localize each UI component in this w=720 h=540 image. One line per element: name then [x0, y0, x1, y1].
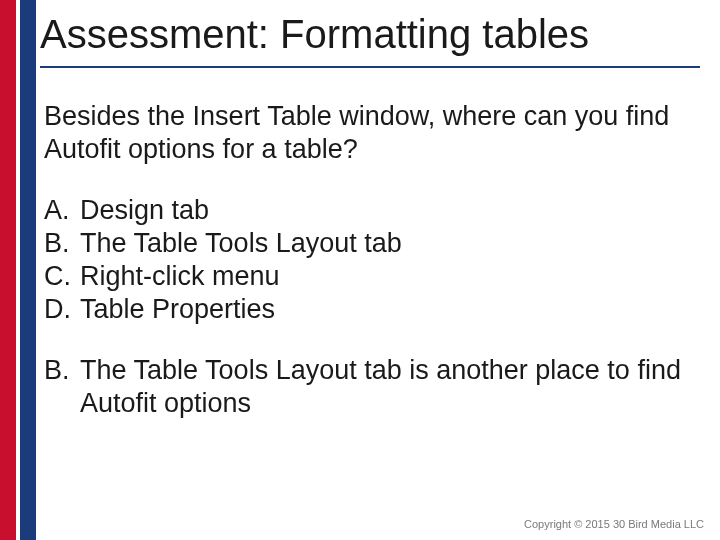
choice-d: D. Table Properties: [44, 293, 692, 326]
choice-b: B. The Table Tools Layout tab: [44, 227, 692, 260]
title-area: Assessment: Formatting tables: [40, 12, 700, 68]
choice-text: Table Properties: [80, 293, 275, 326]
slide-title: Assessment: Formatting tables: [40, 12, 700, 56]
choice-text: The Table Tools Layout tab: [80, 227, 402, 260]
answer-letter: B.: [44, 354, 80, 420]
choice-letter: D.: [44, 293, 80, 326]
choice-text: Right-click menu: [80, 260, 280, 293]
copyright-footer: Copyright © 2015 30 Bird Media LLC: [524, 518, 704, 530]
choice-letter: B.: [44, 227, 80, 260]
choice-a: A. Design tab: [44, 194, 692, 227]
stripe-blue: [20, 0, 36, 540]
choice-letter: C.: [44, 260, 80, 293]
question-text: Besides the Insert Table window, where c…: [44, 100, 692, 166]
slide-body: Besides the Insert Table window, where c…: [44, 100, 692, 420]
choice-letter: A.: [44, 194, 80, 227]
slide: Assessment: Formatting tables Besides th…: [0, 0, 720, 540]
answer-block: B. The Table Tools Layout tab is another…: [44, 354, 692, 420]
choice-list: A. Design tab B. The Table Tools Layout …: [44, 194, 692, 326]
choice-text: Design tab: [80, 194, 209, 227]
choice-c: C. Right-click menu: [44, 260, 692, 293]
accent-stripe: [0, 0, 36, 540]
stripe-red: [0, 0, 16, 540]
answer-text: The Table Tools Layout tab is another pl…: [80, 354, 692, 420]
